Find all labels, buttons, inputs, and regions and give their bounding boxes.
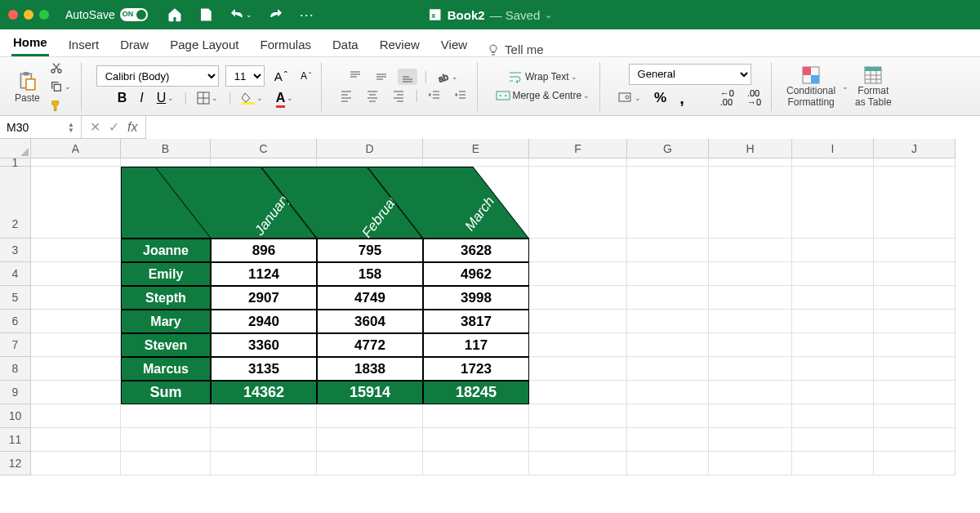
- row-header[interactable]: 5: [0, 286, 31, 310]
- name-cell[interactable]: Steven: [121, 333, 211, 357]
- tab-view[interactable]: View: [439, 33, 469, 56]
- value-cell[interactable]: 3998: [423, 286, 529, 310]
- format-as-table-button[interactable]: Format as Table: [855, 65, 891, 108]
- tab-insert[interactable]: Insert: [67, 33, 101, 56]
- paste-button[interactable]: Paste: [15, 69, 40, 104]
- align-top-icon[interactable]: [345, 69, 365, 85]
- row-header[interactable]: 12: [0, 452, 31, 475]
- row-header[interactable]: 9: [0, 381, 31, 404]
- row-header[interactable]: 6: [0, 310, 31, 333]
- col-header[interactable]: C: [211, 139, 317, 158]
- value-cell[interactable]: 1838: [317, 357, 423, 381]
- col-header[interactable]: G: [627, 139, 709, 158]
- cell-area[interactable]: /*placeholder*/ January February March J…: [31, 158, 956, 475]
- font-color-icon[interactable]: A⌄: [273, 89, 297, 107]
- home-icon[interactable]: [164, 6, 185, 24]
- col-header[interactable]: I: [792, 139, 874, 158]
- row-header[interactable]: 3: [0, 239, 31, 262]
- select-all-corner[interactable]: [0, 139, 31, 158]
- col-header[interactable]: F: [529, 139, 627, 158]
- formula-input[interactable]: [145, 116, 980, 139]
- value-cell[interactable]: 896: [211, 239, 317, 262]
- italic-button[interactable]: I: [136, 89, 146, 107]
- align-left-icon[interactable]: [336, 87, 356, 104]
- decrease-indent-icon[interactable]: [425, 87, 444, 104]
- document-title[interactable]: x Book2 — Saved ⌄: [428, 7, 553, 22]
- align-bottom-icon[interactable]: [398, 69, 417, 85]
- name-cell[interactable]: Stepth: [121, 286, 211, 310]
- row-header[interactable]: 4: [0, 262, 31, 286]
- format-painter-icon[interactable]: [47, 97, 74, 114]
- row-header[interactable]: 7: [0, 333, 31, 357]
- autosave-toggle[interactable]: AutoSave ON: [65, 8, 148, 21]
- tab-data[interactable]: Data: [331, 33, 360, 56]
- value-cell[interactable]: 3628: [423, 239, 529, 262]
- fx-icon[interactable]: fx: [127, 120, 137, 135]
- font-size-select[interactable]: 11: [225, 65, 265, 87]
- underline-button[interactable]: U⌄: [154, 89, 178, 107]
- maximize-window-icon[interactable]: [39, 10, 49, 20]
- value-cell[interactable]: 3817: [423, 310, 529, 333]
- align-middle-icon[interactable]: [372, 69, 391, 85]
- sum-cell[interactable]: 15914: [317, 381, 423, 404]
- copy-icon[interactable]: ⌄: [47, 78, 74, 95]
- sum-label-cell[interactable]: Sum: [121, 381, 211, 404]
- tab-page-layout[interactable]: Page Layout: [168, 33, 240, 56]
- orientation-icon[interactable]: ab⌄: [434, 69, 461, 85]
- tab-draw[interactable]: Draw: [118, 33, 150, 56]
- name-box-stepper[interactable]: ▲▼: [68, 122, 74, 133]
- value-cell[interactable]: 3360: [211, 333, 317, 357]
- row-header[interactable]: 2: [0, 167, 31, 239]
- minimize-window-icon[interactable]: [24, 10, 33, 20]
- value-cell[interactable]: 117: [423, 333, 529, 357]
- bold-button[interactable]: B: [114, 89, 131, 107]
- col-header[interactable]: D: [317, 139, 423, 158]
- name-cell[interactable]: Joanne: [121, 239, 211, 262]
- value-cell[interactable]: 795: [317, 239, 423, 262]
- conditional-formatting-button[interactable]: Conditional Formatting: [786, 65, 835, 108]
- value-cell[interactable]: 4749: [317, 286, 423, 310]
- undo-icon[interactable]: ⌄: [226, 6, 256, 24]
- close-window-icon[interactable]: [8, 10, 18, 20]
- tab-review[interactable]: Review: [378, 33, 421, 56]
- comma-icon[interactable]: ,: [676, 87, 688, 109]
- enter-formula-icon[interactable]: ✓: [109, 119, 119, 135]
- name-cell[interactable]: Marcus: [121, 357, 211, 381]
- row-header[interactable]: 10: [0, 404, 31, 428]
- value-cell[interactable]: 3604: [317, 310, 423, 333]
- borders-icon[interactable]: ⌄: [194, 90, 221, 106]
- value-cell[interactable]: 1124: [211, 262, 317, 286]
- name-box[interactable]: M30 ▲▼: [0, 116, 82, 139]
- number-format-select[interactable]: General: [629, 64, 751, 85]
- wrap-text-button[interactable]: Wrap Text⌄: [506, 69, 581, 85]
- col-header[interactable]: J: [874, 139, 956, 158]
- increase-indent-icon[interactable]: [451, 87, 470, 104]
- sum-cell[interactable]: 18245: [423, 381, 529, 404]
- value-cell[interactable]: 3135: [211, 357, 317, 381]
- row-header[interactable]: 1: [0, 158, 31, 167]
- increase-decimal-icon[interactable]: ←0.00: [717, 87, 737, 109]
- align-center-icon[interactable]: [363, 87, 382, 104]
- row-header[interactable]: 8: [0, 357, 31, 381]
- name-cell[interactable]: Emily: [121, 262, 211, 286]
- sum-cell[interactable]: 14362: [211, 381, 317, 404]
- fill-color-icon[interactable]: ⌄: [238, 90, 266, 106]
- row-header[interactable]: 11: [0, 428, 31, 452]
- accounting-format-icon[interactable]: ⌄: [615, 91, 644, 105]
- merge-centre-button[interactable]: Merge & Centre⌄: [492, 87, 593, 104]
- save-icon[interactable]: [195, 6, 216, 24]
- cut-icon[interactable]: [47, 60, 74, 76]
- value-cell[interactable]: 4962: [423, 262, 529, 286]
- font-name-select[interactable]: Calibri (Body): [96, 65, 219, 87]
- align-right-icon[interactable]: [389, 87, 408, 104]
- shrink-font-icon[interactable]: Aˇ: [297, 69, 314, 83]
- value-cell[interactable]: 2940: [211, 310, 317, 333]
- decrease-decimal-icon[interactable]: .00→0: [744, 87, 764, 109]
- value-cell[interactable]: 1723: [423, 357, 529, 381]
- name-cell[interactable]: Mary: [121, 310, 211, 333]
- tell-me-search[interactable]: Tell me: [487, 42, 544, 56]
- cancel-formula-icon[interactable]: ✕: [90, 119, 100, 135]
- tab-formulas[interactable]: Formulas: [258, 33, 313, 56]
- redo-icon[interactable]: [265, 6, 287, 24]
- col-header[interactable]: E: [423, 139, 529, 158]
